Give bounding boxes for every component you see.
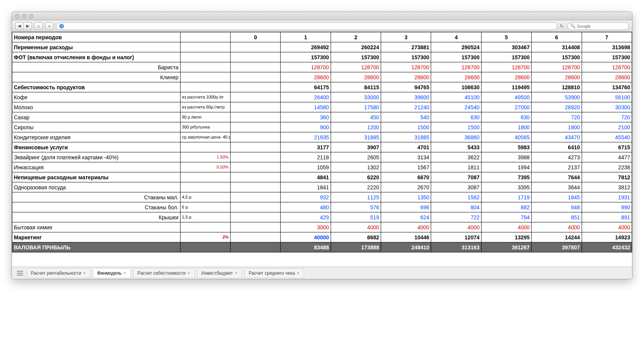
- cell[interactable]: 4000: [532, 222, 582, 232]
- chevron-down-icon[interactable]: ▼: [234, 271, 238, 275]
- cell[interactable]: 128700: [431, 62, 481, 72]
- cell[interactable]: [180, 142, 230, 152]
- cell[interactable]: 43470: [532, 132, 582, 142]
- cell[interactable]: [230, 142, 280, 152]
- row-label[interactable]: Клинер: [12, 72, 181, 82]
- cell[interactable]: 21935: [281, 132, 331, 142]
- cell[interactable]: 2100: [582, 122, 632, 132]
- address-bar[interactable]: [56, 22, 557, 30]
- col-header[interactable]: 3: [381, 32, 431, 42]
- row-label[interactable]: Сиропы: [12, 122, 181, 132]
- cell[interactable]: [180, 52, 230, 62]
- cell[interactable]: 31885: [381, 132, 431, 142]
- cell[interactable]: 360: [281, 112, 331, 122]
- cell[interactable]: 851: [532, 212, 582, 222]
- chevron-down-icon[interactable]: ▼: [83, 271, 86, 275]
- cell[interactable]: 64175: [281, 82, 331, 92]
- cell[interactable]: 27000: [481, 102, 531, 112]
- cell[interactable]: [230, 212, 280, 222]
- cell[interactable]: 630: [481, 112, 531, 122]
- cell[interactable]: [230, 92, 280, 102]
- cell[interactable]: 313163: [431, 242, 481, 252]
- cell[interactable]: [230, 132, 280, 142]
- cell[interactable]: 450: [331, 112, 381, 122]
- row-label[interactable]: Молоко: [12, 102, 181, 112]
- cell[interactable]: 3134: [381, 152, 431, 162]
- maximize-icon[interactable]: [29, 14, 33, 18]
- cell[interactable]: 4273: [532, 152, 582, 162]
- cell[interactable]: 119495: [481, 82, 531, 92]
- minimize-icon[interactable]: [22, 14, 27, 18]
- row-label[interactable]: Крышки: [12, 212, 181, 222]
- row-label[interactable]: Бытовая химия: [12, 222, 181, 232]
- cell[interactable]: [180, 42, 230, 52]
- row-label[interactable]: Кондитерские изделия: [12, 132, 181, 142]
- cell[interactable]: 1841: [281, 182, 331, 192]
- cell[interactable]: 2%: [180, 232, 230, 242]
- cell[interactable]: 4477: [582, 152, 632, 162]
- cell[interactable]: 4841: [281, 172, 331, 182]
- cell[interactable]: 3087: [431, 182, 481, 192]
- cell[interactable]: 40565: [481, 132, 531, 142]
- cell[interactable]: 84115: [331, 82, 381, 92]
- cell[interactable]: 273881: [381, 42, 431, 52]
- cell[interactable]: 576: [331, 202, 381, 212]
- cell[interactable]: 3988: [481, 152, 531, 162]
- cell[interactable]: [180, 32, 230, 42]
- cell[interactable]: 696: [381, 202, 431, 212]
- home-button[interactable]: ⌂: [34, 22, 43, 30]
- row-label[interactable]: Себестоимость продуктов: [12, 82, 181, 92]
- chevron-down-icon[interactable]: ▼: [296, 271, 300, 275]
- cell[interactable]: 804: [431, 202, 481, 212]
- cell[interactable]: [230, 152, 280, 162]
- cell[interactable]: [230, 232, 280, 242]
- cell[interactable]: 720: [582, 112, 632, 122]
- cell[interactable]: 45100: [431, 92, 481, 102]
- cell[interactable]: 432432: [582, 242, 632, 252]
- cell[interactable]: 2220: [331, 182, 381, 192]
- col-header[interactable]: 2: [331, 32, 381, 42]
- col-header[interactable]: 6: [532, 32, 582, 42]
- cell[interactable]: 157300: [532, 52, 582, 62]
- cell[interactable]: [230, 112, 280, 122]
- cell[interactable]: 36860: [431, 132, 481, 142]
- cell[interactable]: 14244: [532, 232, 582, 242]
- cell[interactable]: 4000: [481, 222, 531, 232]
- cell[interactable]: 6715: [582, 142, 632, 152]
- reload-icon[interactable]: ↻: [560, 23, 564, 29]
- cell[interactable]: [230, 82, 280, 92]
- cell[interactable]: 28600: [381, 72, 431, 82]
- cell[interactable]: 3812: [582, 182, 632, 192]
- cell[interactable]: 948: [532, 202, 582, 212]
- sheet-tab[interactable]: Инвестбюджет▼: [197, 268, 242, 278]
- cell[interactable]: 3644: [532, 182, 582, 192]
- row-label[interactable]: Стаканы мал.: [12, 192, 181, 202]
- cell[interactable]: 45540: [582, 132, 632, 142]
- cell[interactable]: 269492: [281, 42, 331, 52]
- row-label[interactable]: Переменные расходы: [12, 42, 181, 52]
- cell[interactable]: 56100: [582, 92, 632, 102]
- cell[interactable]: 128700: [331, 62, 381, 72]
- cell[interactable]: 7395: [481, 172, 531, 182]
- cell[interactable]: 28600: [481, 72, 531, 82]
- cell[interactable]: 7087: [431, 172, 481, 182]
- cell[interactable]: [230, 242, 280, 252]
- row-label[interactable]: Маркетинг: [12, 232, 181, 242]
- row-label[interactable]: Эквайринг (доля платежей картами -40%): [12, 152, 181, 162]
- cell[interactable]: 1059: [281, 162, 331, 172]
- cell[interactable]: 157300: [381, 52, 431, 62]
- row-label[interactable]: Одноразовая посуда: [12, 182, 181, 192]
- cell[interactable]: 313698: [582, 42, 632, 52]
- sheets-menu-icon[interactable]: [16, 270, 24, 277]
- cell[interactable]: 28600: [281, 72, 331, 82]
- cell[interactable]: 14580: [281, 102, 331, 112]
- cell[interactable]: 2238: [582, 162, 632, 172]
- cell[interactable]: 28600: [331, 72, 381, 82]
- cell[interactable]: 5983: [481, 142, 531, 152]
- cell[interactable]: 1800: [532, 122, 582, 132]
- cell[interactable]: [230, 72, 280, 82]
- cell[interactable]: 13295: [481, 232, 531, 242]
- cell[interactable]: 28600: [532, 72, 582, 82]
- cell[interactable]: [230, 42, 280, 52]
- cell[interactable]: 300 р/бутылка: [180, 122, 230, 132]
